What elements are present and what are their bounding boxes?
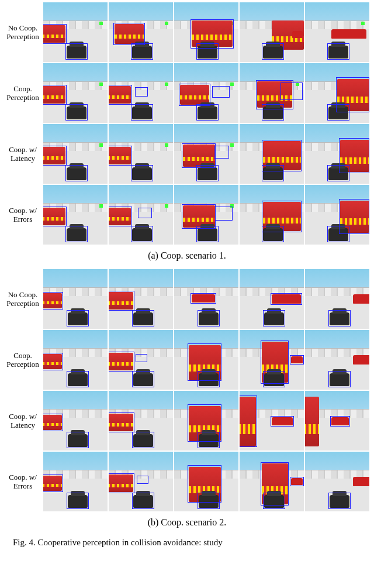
sim-frame — [43, 63, 108, 123]
sim-frame — [109, 452, 173, 511]
subcaption-b: (b) Coop. scenario 2. — [2, 513, 372, 536]
sim-frame — [174, 124, 238, 184]
sim-frame — [240, 185, 304, 245]
sim-frame — [43, 124, 108, 184]
sim-frame — [109, 63, 173, 123]
sim-frame — [305, 452, 369, 511]
row-label: No Coop.Perception — [2, 2, 43, 63]
sim-frame — [109, 330, 173, 390]
sim-frame — [240, 269, 304, 329]
sim-frame — [240, 452, 304, 511]
sim-frame — [305, 269, 369, 329]
images-column-a — [43, 2, 372, 246]
image-row — [43, 391, 372, 451]
row-label: No Coop.Perception — [2, 269, 43, 330]
image-row — [43, 2, 372, 62]
sim-frame — [174, 63, 238, 123]
sim-frame — [174, 185, 238, 245]
sim-frame — [174, 452, 238, 511]
scenario-block-a: No Coop.Perception Coop.Perception Coop.… — [2, 2, 372, 269]
figure-caption-text: Cooperative perception in collision avoi… — [38, 538, 223, 547]
row-label: Coop. w/Errors — [2, 185, 43, 246]
sim-frame — [174, 269, 238, 329]
sim-frame — [240, 124, 304, 184]
figure-container: No Coop.Perception Coop.Perception Coop.… — [0, 0, 374, 551]
sim-frame — [174, 2, 238, 62]
sim-frame — [240, 2, 304, 62]
sim-frame — [305, 391, 369, 451]
sim-frame — [240, 391, 304, 451]
sim-frame — [109, 391, 173, 451]
sim-frame — [43, 185, 108, 245]
row-label: Coop.Perception — [2, 330, 43, 391]
figure-caption: Fig. 4. Cooperative perception in collis… — [2, 536, 372, 549]
image-row — [43, 124, 372, 184]
sim-frame — [305, 2, 369, 62]
row-label: Coop. w/Latency — [2, 391, 43, 452]
sim-frame — [43, 391, 108, 451]
image-row — [43, 269, 372, 329]
sim-frame — [174, 330, 238, 390]
images-column-b — [43, 269, 372, 513]
sim-frame — [109, 269, 173, 329]
sim-frame — [305, 63, 369, 123]
image-row — [43, 330, 372, 390]
sim-frame — [43, 452, 108, 511]
grid-area-a: No Coop.Perception Coop.Perception Coop.… — [2, 2, 372, 246]
labels-column-a: No Coop.Perception Coop.Perception Coop.… — [2, 2, 43, 246]
sim-frame — [240, 330, 304, 390]
row-label: Coop. w/Latency — [2, 124, 43, 185]
image-row — [43, 185, 372, 245]
image-row — [43, 63, 372, 123]
scenario-block-b: No Coop.Perception Coop.Perception Coop.… — [2, 269, 372, 536]
sim-frame — [305, 330, 369, 390]
sim-frame — [43, 330, 108, 390]
row-label: Coop.Perception — [2, 63, 43, 124]
sim-frame — [240, 63, 304, 123]
sim-frame — [305, 185, 369, 245]
sim-frame — [109, 2, 173, 62]
sim-frame — [174, 391, 238, 451]
image-row — [43, 452, 372, 511]
sim-frame — [305, 124, 369, 184]
sim-frame — [43, 269, 108, 329]
row-label: Coop. w/Errors — [2, 452, 43, 513]
grid-area-b: No Coop.Perception Coop.Perception Coop.… — [2, 269, 372, 513]
sim-frame — [43, 2, 108, 62]
sim-frame — [109, 185, 173, 245]
figure-number: Fig. 4. — [13, 538, 36, 547]
sim-frame — [109, 124, 173, 184]
labels-column-b: No Coop.Perception Coop.Perception Coop.… — [2, 269, 43, 513]
subcaption-a: (a) Coop. scenario 1. — [2, 246, 372, 269]
